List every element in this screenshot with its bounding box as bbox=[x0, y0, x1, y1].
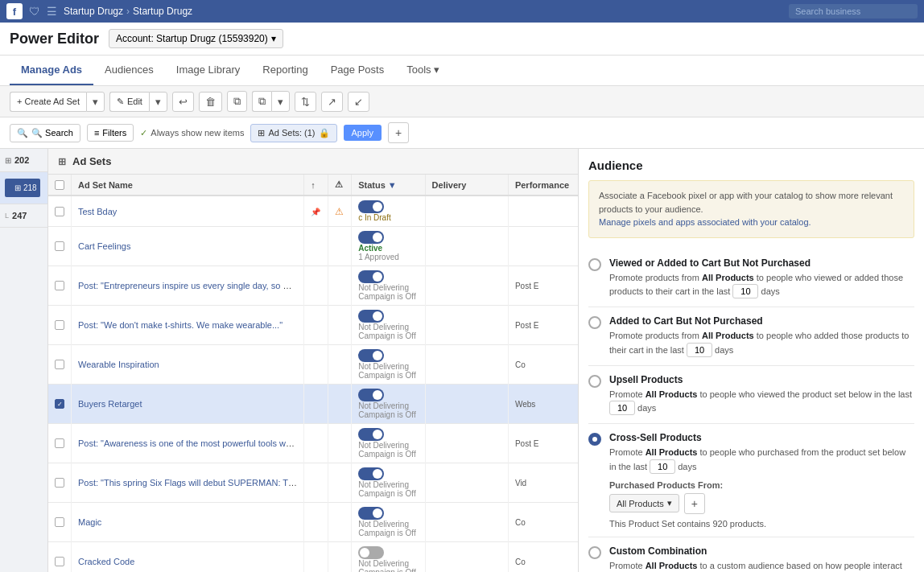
row-checkbox[interactable] bbox=[55, 360, 64, 369]
fb-search-input[interactable] bbox=[789, 4, 918, 19]
cross-sell-days-input[interactable] bbox=[650, 459, 675, 474]
status-toggle[interactable] bbox=[358, 467, 384, 480]
create-adset-button[interactable]: + Create Ad Set bbox=[10, 92, 86, 112]
warn-cell bbox=[328, 266, 352, 306]
option-viewed-title: Viewed or Added to Cart But Not Purchase… bbox=[609, 257, 914, 269]
duplicate-dropdown-button[interactable]: ▾ bbox=[271, 91, 290, 112]
status-toggle[interactable] bbox=[358, 349, 384, 362]
sidebar-icon-218: ⊞ bbox=[14, 183, 21, 192]
audience-notice-link[interactable]: Manage pixels and apps associated with y… bbox=[599, 217, 811, 227]
product-dropdown[interactable]: All Products ▾ bbox=[609, 494, 679, 512]
tab-manage-ads[interactable]: Manage Ads bbox=[10, 56, 93, 85]
row-checkbox[interactable]: ✓ bbox=[55, 399, 64, 409]
purchased-label: Purchased Products From: bbox=[609, 480, 914, 490]
ad-set-name-link[interactable]: Cracked Code bbox=[78, 557, 134, 566]
ad-set-name-link[interactable]: Post: "We don't make t-shirts. We make w… bbox=[78, 320, 283, 330]
tab-image-library[interactable]: Image Library bbox=[165, 56, 251, 85]
row-checkbox[interactable] bbox=[55, 517, 64, 527]
performance-text: Co bbox=[515, 518, 526, 527]
undo-button[interactable]: ↩ bbox=[172, 92, 194, 112]
ad-set-name-link[interactable]: Post: "Awareness is one of the most powe… bbox=[78, 438, 304, 448]
search-button[interactable]: 🔍 🔍 Search bbox=[10, 124, 80, 142]
upsell-days-input[interactable] bbox=[609, 401, 635, 415]
radio-added-cart[interactable] bbox=[588, 316, 601, 329]
select-all-checkbox[interactable] bbox=[55, 180, 64, 190]
ad-set-name-link[interactable]: Cart Feelings bbox=[78, 241, 130, 251]
sidebar-item-202[interactable]: ⊞ 202 bbox=[0, 149, 47, 172]
row-checkbox[interactable] bbox=[55, 241, 64, 251]
viewed-days-input[interactable] bbox=[732, 284, 758, 298]
check-icon: ✓ bbox=[140, 128, 147, 138]
performance-text: Post E bbox=[515, 321, 538, 330]
add-filter-button[interactable]: + bbox=[388, 122, 409, 143]
status-text: Campaign is Off bbox=[358, 371, 418, 380]
export-button[interactable]: ↗ bbox=[321, 92, 343, 112]
status-text: Campaign is Off bbox=[358, 410, 418, 419]
ad-set-name-link[interactable]: Test Bday bbox=[78, 207, 117, 216]
radio-cross-sell[interactable] bbox=[588, 433, 601, 446]
option-viewed-content: Viewed or Added to Cart But Not Purchase… bbox=[609, 257, 914, 299]
apply-button[interactable]: Apply bbox=[344, 125, 382, 141]
table-row: Cart FeelingsActive1 Approved bbox=[48, 227, 578, 266]
tab-reporting[interactable]: Reporting bbox=[251, 56, 319, 85]
fb-search-bar[interactable] bbox=[789, 4, 918, 19]
breadcrumb-item-1[interactable]: Startup Drugz bbox=[64, 6, 123, 17]
radio-custom[interactable] bbox=[588, 546, 601, 559]
hamburger-icon[interactable]: ☰ bbox=[47, 5, 57, 18]
duplicate-icon-button[interactable]: ⧉ bbox=[252, 91, 271, 112]
product-add-button[interactable]: + bbox=[684, 493, 705, 514]
status-toggle[interactable] bbox=[358, 270, 384, 283]
audience-panel: Audience Associate a Facebook pixel or a… bbox=[578, 149, 924, 572]
status-toggle[interactable] bbox=[358, 310, 384, 323]
row-checkbox[interactable] bbox=[55, 438, 64, 448]
move-button[interactable]: ⇅ bbox=[295, 92, 316, 112]
filters-button[interactable]: ≡ Filters bbox=[87, 124, 134, 142]
ad-sets-tbody: Test Bday📌⚠c In DraftCart FeelingsActive… bbox=[48, 195, 578, 572]
radio-upsell[interactable] bbox=[588, 375, 601, 388]
sidebar-sub-item-218[interactable]: ⊞ 218 bbox=[5, 179, 40, 197]
breadcrumb-item-2[interactable]: Startup Drugz bbox=[133, 6, 192, 17]
tab-tools[interactable]: Tools ▾ bbox=[395, 56, 451, 85]
option-custom: Custom Combination Promote All Products … bbox=[588, 537, 914, 573]
ad-set-name-link[interactable]: Post: "This spring Six Flags will debut … bbox=[78, 478, 304, 488]
status-text: Campaign is Off bbox=[358, 450, 418, 459]
sidebar-item-247[interactable]: L 247 bbox=[0, 204, 47, 228]
sort-cell bbox=[304, 306, 328, 345]
account-button[interactable]: Account: Startup Drugz (15593920) ▾ bbox=[109, 29, 283, 48]
ad-set-name-link[interactable]: Buyers Retarget bbox=[78, 399, 142, 409]
delete-button[interactable]: 🗑 bbox=[199, 92, 222, 112]
sidebar-item-218[interactable]: ⊞ 218 bbox=[0, 172, 47, 204]
status-toggle[interactable] bbox=[358, 200, 384, 213]
radio-viewed[interactable] bbox=[588, 258, 601, 271]
tab-audiences[interactable]: Audiences bbox=[93, 56, 165, 85]
duplicate-button[interactable]: ⧉ bbox=[227, 91, 247, 112]
ad-set-name-link[interactable]: Magic bbox=[78, 517, 101, 527]
option-upsell: Upsell Products Promote All Products to … bbox=[588, 366, 914, 425]
status-cell: Not DeliveringCampaign is Off bbox=[352, 424, 425, 463]
status-toggle[interactable] bbox=[358, 546, 384, 559]
import-button[interactable]: ↙ bbox=[348, 92, 369, 112]
status-toggle[interactable] bbox=[358, 389, 384, 401]
row-checkbox[interactable] bbox=[55, 207, 64, 216]
row-checkbox[interactable] bbox=[55, 478, 64, 488]
edit-dropdown-button[interactable]: ▾ bbox=[149, 92, 167, 112]
delivery-cell bbox=[425, 266, 508, 306]
row-checkbox[interactable] bbox=[55, 281, 64, 290]
pin-icon: 📌 bbox=[311, 208, 320, 216]
status-text: Campaign is Off bbox=[358, 331, 418, 340]
row-checkbox[interactable] bbox=[55, 320, 64, 330]
tab-page-posts[interactable]: Page Posts bbox=[320, 56, 396, 85]
sort-header[interactable]: ↑ bbox=[304, 175, 328, 195]
ad-set-name-link[interactable]: Post: "Entrepreneurs inspire us every si… bbox=[78, 281, 304, 290]
sort-cell bbox=[304, 424, 328, 463]
status-toggle[interactable] bbox=[358, 231, 384, 244]
added-days-input[interactable] bbox=[687, 343, 712, 357]
status-toggle[interactable] bbox=[358, 428, 384, 441]
create-adset-dropdown-button[interactable]: ▾ bbox=[86, 92, 105, 112]
edit-group: ✎ Edit ▾ bbox=[109, 92, 167, 112]
row-checkbox[interactable] bbox=[55, 557, 64, 566]
ad-set-name-link[interactable]: Wearable Inspiration bbox=[78, 360, 159, 369]
status-toggle[interactable] bbox=[358, 507, 384, 520]
edit-button[interactable]: ✎ Edit bbox=[109, 92, 149, 112]
select-all-header[interactable] bbox=[48, 175, 72, 195]
